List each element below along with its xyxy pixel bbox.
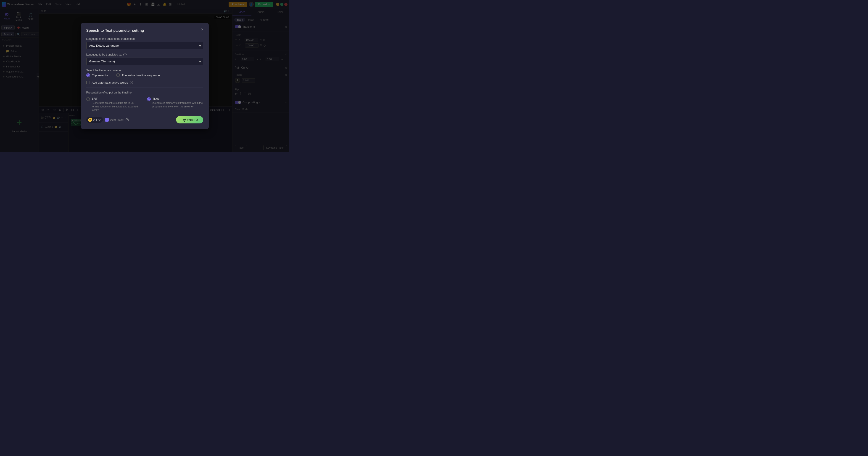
modal-footer: ★ 0 + ↺ Auto-match ? Try Free : 2 [86,116,203,123]
active-words-checkbox[interactable] [86,81,90,84]
credits-widget: ★ 0 + ↺ [86,117,103,123]
translate-info-icon[interactable]: i [123,53,126,56]
radio-clip-selection[interactable]: Clip selection [86,74,110,77]
credits-refresh-button[interactable]: ↺ [98,118,101,122]
output-option-srt: SRT (Generates an entire subtitle file i… [86,97,143,112]
auto-match-label: Auto-match [110,118,124,121]
credits-icon: ★ [88,118,92,122]
output-option-titles: Titles (Generates ordinary text fragment… [147,97,203,112]
titles-text: Titles (Generates ordinary text fragment… [153,97,203,108]
modal-footer-left: ★ 0 + ↺ Auto-match ? [86,117,129,123]
audio-language-select[interactable]: Auto Detect Language English Chinese Jap… [86,42,203,49]
srt-desc: (Generates an entire subtitle file in SR… [92,101,143,112]
radio-options-row: Clip selection The entire timeline seque… [86,74,203,77]
auto-match-info-icon[interactable]: ? [126,118,129,121]
modal-close-button[interactable]: × [199,27,205,32]
srt-title: SRT [92,97,143,101]
audio-language-select-wrapper: Auto Detect Language English Chinese Jap… [86,42,203,49]
audio-language-label: Language of the audio to be transcribed: [86,37,203,40]
output-options-row: SRT (Generates an entire subtitle file i… [86,97,203,112]
radio-circle-srt [86,97,90,101]
file-selection-label: Select the file to be converted: [86,69,203,72]
radio-circle-clip [86,74,90,77]
auto-match-row: Auto-match ? [105,118,129,122]
modal-title: Speech-to-Text parameter setting [86,29,203,33]
try-free-button[interactable]: Try Free : 2 [176,116,203,123]
presentation-label: Presentation of output on the timeline: [86,91,203,94]
radio-entire-timeline[interactable]: The entire timeline sequence [116,74,160,77]
translate-language-label-row: Language to be translated to: i [86,53,203,56]
auto-match-checkbox[interactable] [105,118,109,122]
speech-to-text-modal: Speech-to-Text parameter setting × Langu… [81,23,209,129]
titles-title: Titles [153,97,203,101]
translate-language-section: Language to be translated to: i German (… [86,53,203,65]
radio-circle-titles [147,97,151,101]
srt-text: SRT (Generates an entire subtitle file i… [92,97,143,112]
translate-language-select[interactable]: German (Germany) English (US) French (Fr… [86,58,203,65]
translate-language-select-wrapper: German (Germany) English (US) French (Fr… [86,58,203,65]
modal-overlay: Speech-to-Text parameter setting × Langu… [0,0,289,152]
radio-titles[interactable]: Titles (Generates ordinary text fragment… [147,97,203,112]
titles-desc: (Generates ordinary text fragments withi… [153,101,203,108]
file-selection-section: Select the file to be converted: Clip se… [86,69,203,77]
radio-srt[interactable]: SRT (Generates an entire subtitle file i… [86,97,143,112]
credits-count: 0 [93,118,95,121]
active-words-row[interactable]: Add automatic active words ? [86,81,203,84]
radio-circle-timeline [116,74,120,77]
audio-language-section: Language of the audio to be transcribed:… [86,37,203,49]
app-window: Wondershare Filmora File Edit Tools View… [0,0,289,152]
credits-plus-button[interactable]: + [95,118,97,122]
translate-language-label: Language to be translated to: [86,53,122,56]
active-words-info-icon[interactable]: ? [130,81,133,84]
presentation-section: Presentation of output on the timeline: … [86,91,203,112]
